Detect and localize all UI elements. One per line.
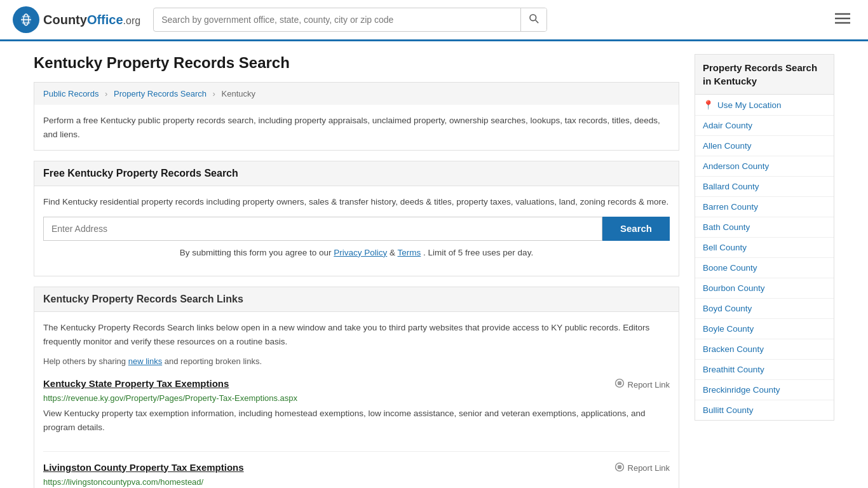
sidebar-county-item: Boone County	[695, 258, 834, 278]
sidebar-county-link[interactable]: Boyd County	[703, 304, 752, 313]
svg-line-6	[536, 20, 538, 23]
intro-description-text: Perform a free Kentucky public property …	[43, 114, 670, 141]
free-search-description: Find Kentucky residential property recor…	[43, 195, 670, 209]
links-section-heading: Kentucky Property Records Search Links	[43, 294, 670, 305]
sidebar: Property Records Search in Kentucky 📍 Us…	[695, 54, 834, 488]
report-link-2-button[interactable]: Report Link	[614, 462, 670, 475]
global-search-button[interactable]	[520, 8, 546, 31]
logo-icon	[13, 6, 39, 33]
sidebar-county-link[interactable]: Ballard County	[703, 182, 759, 191]
link-item-2: Livingston County Property Tax Exemption…	[43, 462, 670, 488]
sidebar-county-link[interactable]: Breckinridge County	[703, 385, 780, 395]
menu-button[interactable]	[830, 9, 855, 30]
address-search-row: Search	[43, 217, 670, 241]
logo-text: CountyOffice.org	[43, 13, 140, 27]
link-item-1-url[interactable]: https://revenue.ky.gov/Property/Pages/Pr…	[43, 393, 670, 403]
report-link-2-label: Report Link	[628, 463, 670, 473]
sidebar-county-item: Breathitt County	[695, 360, 834, 380]
sidebar-county-link[interactable]: Bourbon County	[703, 283, 765, 293]
sidebar-county-link[interactable]: Boyle County	[703, 324, 754, 334]
page-container: Kentucky Property Records Search Public …	[21, 41, 847, 488]
report-link-1-label: Report Link	[628, 380, 670, 390]
sidebar-county-item: Adair County	[695, 116, 834, 136]
global-search-bar	[153, 8, 547, 32]
links-block: The Kentucky Property Records Search lin…	[34, 312, 679, 488]
sidebar-county-item: Bourbon County	[695, 278, 834, 299]
link-item-1-header: Kentucky State Property Tax Exemptions R…	[43, 378, 670, 391]
sidebar-county-link[interactable]: Bullitt County	[703, 405, 754, 415]
sidebar-county-item: Bullitt County	[695, 400, 834, 420]
sidebar-county-link[interactable]: Adair County	[703, 121, 752, 130]
address-search-button[interactable]: Search	[602, 217, 670, 241]
sidebar-county-item: Barren County	[695, 197, 834, 217]
sidebar-title: Property Records Search in Kentucky	[695, 54, 834, 95]
global-search-input[interactable]	[154, 10, 520, 30]
location-pin-icon: 📍	[703, 100, 714, 110]
sidebar-county-link[interactable]: Breathitt County	[703, 365, 764, 374]
main-content: Kentucky Property Records Search Public …	[34, 54, 679, 488]
help-text: Help others by sharing new links and rep…	[43, 355, 670, 369]
header-right	[830, 9, 855, 30]
sidebar-county-link[interactable]: Bell County	[703, 243, 747, 252]
sidebar-county-list: 📍 Use My Location Adair CountyAllen Coun…	[695, 95, 834, 421]
free-search-heading: Free Kentucky Property Records Search	[43, 168, 670, 179]
breadcrumb-sep-2: ›	[213, 89, 215, 98]
logo-area: CountyOffice.org	[13, 6, 140, 33]
address-search-input[interactable]	[43, 217, 602, 241]
sidebar-county-item: Bath County	[695, 217, 834, 238]
link-item-1-desc: View Kentucky property tax exemption inf…	[43, 407, 670, 434]
sidebar-county-link[interactable]: Boone County	[703, 263, 757, 273]
sidebar-county-link[interactable]: Anderson County	[703, 161, 769, 171]
breadcrumb-current: Kentucky	[222, 89, 255, 98]
links-description: The Kentucky Property Records Search lin…	[43, 321, 670, 348]
use-my-location-link[interactable]: Use My Location	[717, 100, 782, 110]
use-my-location-item: 📍 Use My Location	[695, 95, 834, 116]
link-item-2-title[interactable]: Livingston County Property Tax Exemption…	[43, 462, 244, 473]
link-item-2-header: Livingston County Property Tax Exemption…	[43, 462, 670, 475]
site-header: CountyOffice.org	[0, 0, 868, 41]
sidebar-county-item: Allen County	[695, 136, 834, 156]
svg-point-5	[530, 15, 536, 21]
link-item-2-url[interactable]: https://livingstoncountypva.com/homestea…	[43, 477, 670, 487]
link-item-1-title[interactable]: Kentucky State Property Tax Exemptions	[43, 378, 229, 389]
form-note: By submitting this form you agree to our…	[43, 246, 670, 260]
report-link-1-button[interactable]: Report Link	[614, 378, 670, 391]
breadcrumb-sep-1: ›	[105, 89, 107, 98]
new-links-link[interactable]: new links	[128, 356, 162, 366]
links-section-header: Kentucky Property Records Search Links	[34, 287, 679, 312]
privacy-policy-link[interactable]: Privacy Policy	[334, 248, 387, 257]
terms-link[interactable]: Terms	[398, 248, 421, 257]
breadcrumb-property-records-search[interactable]: Property Records Search	[114, 89, 207, 98]
sidebar-county-link[interactable]: Bracken County	[703, 344, 764, 354]
sidebar-county-item: Boyd County	[695, 299, 834, 319]
page-title: Kentucky Property Records Search	[34, 54, 679, 72]
free-search-block: Find Kentucky residential property recor…	[34, 186, 679, 276]
sidebar-county-item: Anderson County	[695, 156, 834, 177]
free-search-section-header: Free Kentucky Property Records Search	[34, 161, 679, 186]
breadcrumb: Public Records › Property Records Search…	[34, 82, 679, 105]
sidebar-county-link[interactable]: Allen County	[703, 141, 752, 151]
sidebar-county-item: Boyle County	[695, 319, 834, 339]
sidebar-county-item: Bracken County	[695, 339, 834, 360]
sidebar-county-item: Bell County	[695, 238, 834, 258]
sidebar-county-item: Breckinridge County	[695, 380, 834, 400]
breadcrumb-public-records[interactable]: Public Records	[43, 89, 98, 98]
report-icon-2	[614, 462, 625, 475]
link-item-1: Kentucky State Property Tax Exemptions R…	[43, 378, 670, 451]
sidebar-county-link[interactable]: Barren County	[703, 202, 758, 212]
report-icon-1	[614, 378, 625, 391]
intro-description-block: Perform a free Kentucky public property …	[34, 105, 679, 151]
sidebar-county-item: Ballard County	[695, 177, 834, 197]
sidebar-county-link[interactable]: Bath County	[703, 222, 750, 232]
